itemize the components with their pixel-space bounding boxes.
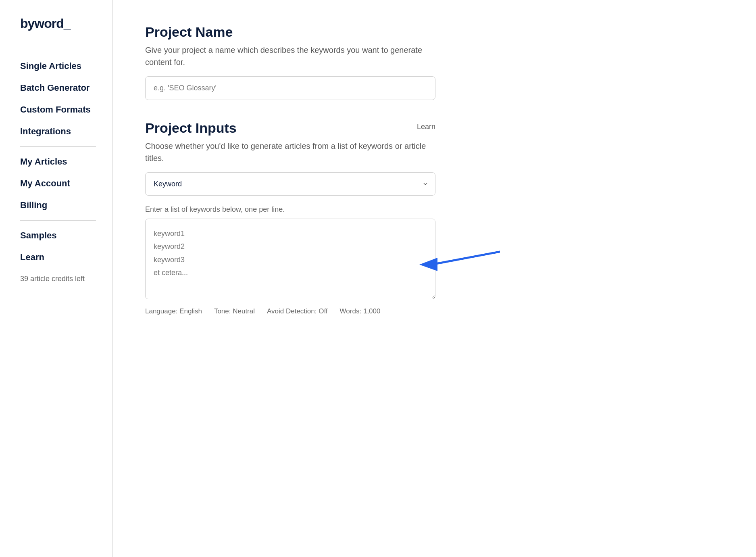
nav-secondary: My Articles My Account Billing: [20, 151, 96, 216]
tone-label: Tone:: [214, 307, 231, 315]
nav-divider-1: [20, 146, 96, 147]
project-inputs-title: Project Inputs: [145, 120, 237, 136]
project-name-section: Project Name Give your project a name wh…: [145, 24, 444, 100]
project-inputs-description: Choose whether you'd like to generate ar…: [145, 140, 444, 164]
language-label: Language:: [145, 307, 177, 315]
project-name-description: Give your project a name which describes…: [145, 44, 444, 68]
sidebar-item-batch-generator[interactable]: Batch Generator: [20, 77, 96, 99]
project-inputs-select[interactable]: Keyword Article Title: [145, 172, 435, 196]
settings-row: Language: English Tone: Neutral Avoid De…: [145, 307, 444, 315]
tone-value[interactable]: Neutral: [233, 307, 255, 315]
language-value[interactable]: English: [179, 307, 202, 315]
sidebar-item-integrations[interactable]: Integrations: [20, 121, 96, 142]
nav-primary: Single Articles Batch Generator Custom F…: [20, 55, 96, 142]
project-inputs-header: Project Inputs Learn: [145, 120, 435, 140]
sidebar-item-samples[interactable]: Samples: [20, 225, 96, 246]
words-setting: Words: 1,000: [340, 307, 381, 315]
sidebar-item-single-articles[interactable]: Single Articles: [20, 55, 96, 77]
words-label: Words:: [340, 307, 362, 315]
nav-tertiary: Samples Learn: [20, 225, 96, 268]
sidebar-item-billing[interactable]: Billing: [20, 194, 96, 216]
sidebar: byword_ Single Articles Batch Generator …: [0, 0, 113, 557]
tone-setting: Tone: Neutral: [214, 307, 255, 315]
project-name-title: Project Name: [145, 24, 444, 40]
project-name-input[interactable]: [145, 76, 435, 100]
words-value[interactable]: 1,000: [363, 307, 381, 315]
main-content: Project Name Give your project a name wh…: [113, 0, 476, 557]
sidebar-item-my-account[interactable]: My Account: [20, 173, 96, 194]
credits-display: 39 article credits left: [20, 275, 96, 283]
keywords-textarea[interactable]: [145, 219, 435, 299]
keywords-label: Enter a list of keywords below, one per …: [145, 205, 444, 214]
nav-divider-2: [20, 220, 96, 221]
avoid-detection-value[interactable]: Off: [319, 307, 327, 315]
keywords-container: [145, 219, 435, 301]
sidebar-item-my-articles[interactable]: My Articles: [20, 151, 96, 173]
project-inputs-section: Project Inputs Learn Choose whether you'…: [145, 120, 444, 315]
language-setting: Language: English: [145, 307, 202, 315]
avoid-detection-setting: Avoid Detection: Off: [267, 307, 328, 315]
sidebar-item-learn[interactable]: Learn: [20, 246, 96, 268]
avoid-detection-label: Avoid Detection:: [267, 307, 317, 315]
sidebar-item-custom-formats[interactable]: Custom Formats: [20, 99, 96, 121]
svg-line-0: [431, 252, 500, 265]
logo: byword_: [20, 16, 96, 31]
project-inputs-learn-link[interactable]: Learn: [417, 123, 435, 131]
